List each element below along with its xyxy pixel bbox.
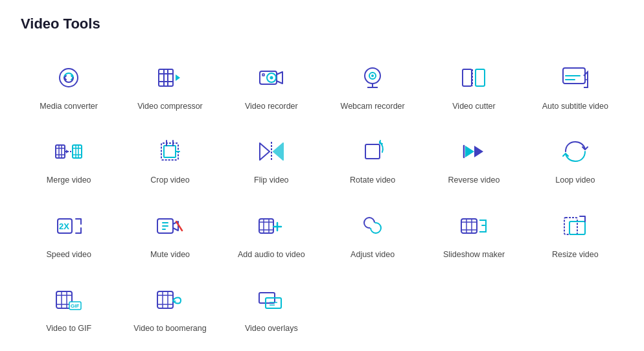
- adjust-video-icon: [356, 209, 389, 243]
- tool-item-slideshow-maker[interactable]: Slideshow maker: [426, 199, 522, 267]
- svg-point-56: [369, 222, 376, 229]
- tool-item-reverse-video[interactable]: Reverse video: [426, 124, 522, 193]
- rotate-video-icon: [356, 135, 389, 168]
- tool-item-merge-video[interactable]: Merge video: [21, 124, 117, 193]
- tool-label-loop-video: Loop video: [555, 175, 595, 185]
- speed-video-icon: 2X: [52, 209, 86, 243]
- add-audio-to-video-icon: [255, 209, 288, 243]
- tool-label-rotate-video: Rotate video: [350, 175, 395, 185]
- tool-label-resize-video: Resize video: [552, 249, 599, 260]
- tool-item-rotate-video[interactable]: Rotate video: [325, 124, 420, 193]
- merge-video-icon: [52, 135, 86, 168]
- tool-label-webcam-recorder: Webcam recorder: [341, 101, 405, 111]
- webcam-recorder-icon: [356, 61, 389, 95]
- page-title: Video Tools: [21, 16, 623, 32]
- loop-video-icon: [558, 135, 592, 168]
- svg-text:2X: 2X: [59, 221, 69, 231]
- reverse-video-icon: [457, 135, 490, 168]
- svg-rect-71: [157, 291, 173, 308]
- tool-label-video-overlays: Video overlays: [245, 323, 298, 334]
- tool-item-video-to-boomerang[interactable]: Video to boomerang: [122, 273, 218, 341]
- tool-label-video-to-boomerang: Video to boomerang: [133, 323, 206, 334]
- tool-label-merge-video: Merge video: [47, 175, 91, 185]
- tool-label-video-to-gif: Video to GIF: [46, 323, 91, 334]
- tool-label-video-recorder: Video recorder: [245, 101, 298, 111]
- svg-rect-1: [159, 69, 173, 86]
- video-cutter-icon: [457, 61, 490, 95]
- tool-item-media-converter[interactable]: Media converter: [21, 51, 117, 119]
- svg-point-8: [270, 76, 273, 80]
- video-overlays-icon: [255, 283, 288, 317]
- tool-label-video-compressor: Video compressor: [137, 101, 203, 111]
- tool-label-slideshow-maker: Slideshow maker: [443, 249, 505, 260]
- tool-item-auto-subtitle-video[interactable]: Auto subtitle video: [527, 51, 623, 119]
- video-compressor-icon: [153, 61, 187, 95]
- tool-item-video-recorder[interactable]: Video recorder: [224, 51, 319, 119]
- tools-grid: Media converter Video compressor Video r…: [21, 51, 623, 341]
- tool-label-flip-video: Flip video: [254, 175, 289, 185]
- tool-item-loop-video[interactable]: Loop video: [527, 124, 623, 193]
- mute-video-icon: [153, 209, 187, 243]
- svg-rect-15: [463, 69, 472, 86]
- svg-rect-27: [73, 145, 82, 158]
- svg-marker-36: [273, 143, 283, 160]
- tool-item-crop-video[interactable]: Crop video: [122, 124, 218, 193]
- tool-label-reverse-video: Reverse video: [448, 175, 500, 185]
- media-converter-icon: [52, 61, 86, 95]
- tool-item-flip-video[interactable]: Flip video: [224, 124, 319, 193]
- tool-item-webcam-recorder[interactable]: Webcam recorder: [325, 51, 420, 119]
- tool-item-mute-video[interactable]: Mute video: [122, 199, 218, 267]
- tool-label-adjust-video: Adjust video: [351, 249, 395, 260]
- svg-line-46: [176, 221, 182, 231]
- crop-video-icon: [153, 135, 187, 168]
- svg-rect-57: [461, 219, 477, 233]
- tool-item-video-compressor[interactable]: Video compressor: [122, 51, 218, 119]
- tool-label-video-cutter: Video cutter: [452, 101, 495, 111]
- svg-point-0: [60, 69, 78, 87]
- tool-label-mute-video: Mute video: [150, 249, 190, 260]
- svg-text:GIF: GIF: [71, 303, 79, 309]
- tool-item-speed-video[interactable]: 2X Speed video: [21, 199, 117, 267]
- svg-rect-9: [262, 74, 264, 76]
- tool-label-crop-video: Crop video: [150, 175, 189, 185]
- video-to-gif-icon: GIF: [52, 283, 86, 317]
- tool-item-video-overlays[interactable]: Video overlays: [224, 273, 319, 341]
- tool-item-adjust-video[interactable]: Adjust video: [325, 199, 420, 267]
- tool-item-video-to-gif[interactable]: GIF Video to GIF: [21, 273, 117, 341]
- tool-item-video-cutter[interactable]: Video cutter: [426, 51, 522, 119]
- svg-rect-47: [259, 219, 273, 233]
- tool-label-add-audio-to-video: Add audio to video: [238, 249, 305, 260]
- flip-video-icon: [255, 135, 288, 168]
- svg-rect-34: [164, 146, 176, 157]
- resize-video-icon: [558, 209, 592, 243]
- svg-rect-22: [56, 145, 65, 158]
- video-to-boomerang-icon: [153, 283, 187, 317]
- svg-rect-6: [260, 71, 277, 84]
- svg-rect-16: [476, 69, 485, 86]
- svg-marker-35: [260, 143, 270, 160]
- svg-point-12: [371, 74, 374, 77]
- tool-item-resize-video[interactable]: Resize video: [527, 199, 623, 267]
- svg-rect-38: [365, 144, 380, 159]
- svg-rect-62: [564, 218, 577, 234]
- auto-subtitle-video-icon: [558, 61, 592, 95]
- slideshow-maker-icon: [457, 209, 490, 243]
- video-recorder-icon: [255, 61, 288, 95]
- tool-item-add-audio-to-video[interactable]: Add audio to video: [224, 199, 319, 267]
- tool-label-auto-subtitle-video: Auto subtitle video: [542, 101, 608, 111]
- tool-label-media-converter: Media converter: [40, 101, 98, 111]
- tool-label-speed-video: Speed video: [46, 249, 91, 260]
